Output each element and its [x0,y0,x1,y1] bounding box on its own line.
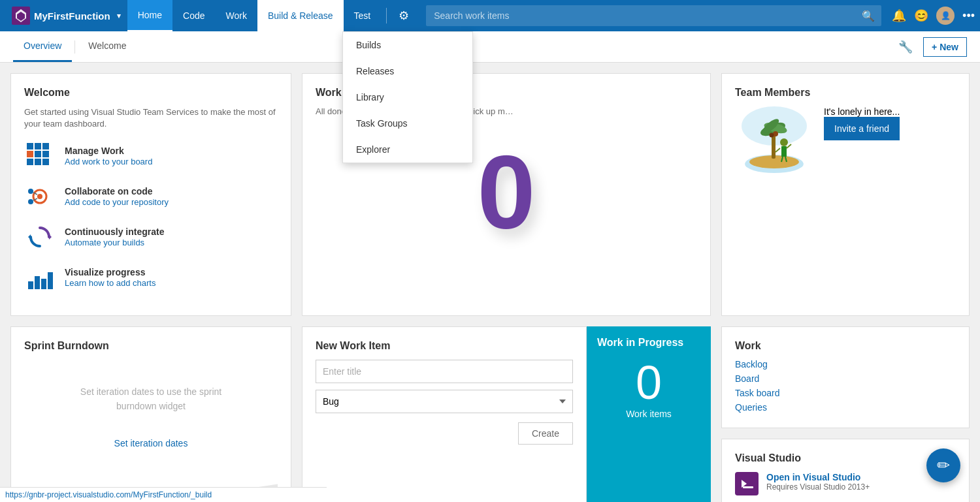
build-release-dropdown: Builds Releases Library Task Groups Expl… [342,31,473,163]
top-nav: MyFirstFunction ▾ Home Code Work Build &… [0,0,980,31]
code-icon [24,181,56,212]
new-button[interactable]: + New [923,37,967,57]
svg-marker-17 [28,234,31,240]
edit-dashboard-icon[interactable]: 🔧 [898,40,913,54]
new-work-item-title: New Work Item [316,340,573,352]
svg-rect-19 [35,276,40,289]
island-illustration [735,106,813,178]
manage-work-link[interactable]: Add work to your board [65,157,152,166]
dropdown-task-groups[interactable]: Task Groups [343,110,472,136]
work-type-select[interactable]: Bug Task User Story Feature Epic [316,390,573,413]
work-links-card: Work Backlog Board Task board Queries [721,326,970,428]
nav-work[interactable]: Work [216,0,257,31]
status-bar: https://gnbr-project.visualstudio.com/My… [0,487,327,502]
code-text: Collaborate on code Add code to your rep… [65,186,169,207]
queries-link[interactable]: Queries [735,400,956,415]
notifications-icon[interactable]: 🔔 [892,8,906,23]
backlog-link[interactable]: Backlog [735,357,956,371]
charts-text: Visualize progress Learn how to add char… [65,267,155,288]
svg-point-12 [28,189,33,194]
ci-icon [24,221,56,253]
settings-icon[interactable]: ⚙ [392,8,416,23]
status-url: https://gnbr-project.visualstudio.com/My… [5,490,212,499]
manage-work-text: Manage Work Add work to your board [65,146,152,166]
sprint-burndown-title: Sprint Burndown [24,340,278,352]
task-board-link[interactable]: Task board [735,386,956,400]
vs-title: Visual Studio [735,452,956,464]
svg-line-34 [787,144,791,148]
set-iteration-dates-link[interactable]: Set iteration dates [114,438,188,448]
welcome-item-ci: Continuously integrate Automate your bui… [24,221,278,253]
svg-rect-5 [35,151,41,157]
charts-icon [24,262,56,293]
dropdown-builds[interactable]: Builds [343,32,472,58]
board-link[interactable]: Board [735,371,956,386]
svg-point-13 [28,199,33,204]
svg-rect-8 [35,159,41,165]
create-work-item-button[interactable]: Create [518,422,573,445]
user-icon[interactable]: 😊 [914,8,928,23]
new-button-label: New [939,42,958,52]
vs-open-title[interactable]: Open in Visual Studio [766,472,870,482]
wip-count: 0 [636,359,662,406]
row2-col2-container: New Work Item Bug Task User Story Featur… [302,326,711,502]
svg-rect-18 [28,281,33,289]
sprint-burndown-card: Sprint Burndown Set iteration dates to u… [10,326,291,502]
sprint-empty-text: Set iteration dates to use the sprintbur… [80,384,221,414]
svg-marker-16 [49,234,52,240]
dropdown-explorer[interactable]: Explorer [343,136,472,163]
ci-title: Continuously integrate [65,227,164,237]
svg-rect-9 [42,159,49,165]
charts-link[interactable]: Learn how to add charts [65,278,155,288]
welcome-subtitle: Get started using Visual Studio Team Ser… [24,106,278,130]
tab-welcome[interactable]: Welcome [78,31,137,62]
app-name: MyFirstFunction [34,10,110,22]
svg-point-11 [37,194,42,199]
dropdown-library[interactable]: Library [343,84,472,110]
more-icon[interactable]: ••• [962,9,975,23]
brand[interactable]: MyFirstFunction ▾ [5,7,127,25]
secondary-nav: Overview Welcome 🔧 + New [0,31,980,63]
nav-build-release[interactable]: Build & Release [257,0,344,31]
vsts-logo-icon [12,7,30,25]
code-link[interactable]: Add code to your repository [65,197,169,207]
ci-link[interactable]: Automate your builds [65,238,144,247]
work-type-row: Bug Task User Story Feature Epic [316,390,573,413]
welcome-item-code: Collaborate on code Add code to your rep… [24,181,278,212]
ci-text: Continuously integrate Automate your bui… [65,227,164,247]
search-icon: 🔍 [862,10,875,22]
sprint-empty-state: Set iteration dates to use the sprintbur… [24,360,278,438]
nav-test[interactable]: Test [344,0,382,31]
fab-edit-button[interactable]: ✏ [926,448,960,482]
welcome-title: Welcome [24,87,278,99]
work-in-progress-card: Work in Progress 0 Work items [587,326,711,502]
main-nav: Home Code Work Build & Release Test ⚙ [127,0,416,31]
welcome-item-charts: Visualize progress Learn how to add char… [24,262,278,293]
plus-icon: + [932,42,937,52]
svg-point-31 [780,138,788,146]
invite-friend-button[interactable]: Invite a friend [824,117,900,140]
nav-right-icons: 🔔 😊 👤 ••• [892,7,975,25]
code-title: Collaborate on code [65,186,169,196]
svg-rect-1 [27,143,33,149]
brand-dropdown-icon[interactable]: ▾ [117,12,121,20]
team-members-title: Team Members [735,87,956,99]
work-links-title: Work [735,340,956,352]
charts-title: Visualize progress [65,267,155,277]
tab-overview[interactable]: Overview [13,31,72,62]
tab-separator [74,40,75,54]
search-container: 🔍 [426,5,881,26]
sprint-link-section: Set iteration dates [24,438,278,448]
dropdown-releases[interactable]: Releases [343,58,472,84]
search-input[interactable] [426,5,881,26]
svg-point-30 [770,133,774,138]
team-members-card: Team Members [721,73,970,316]
avatar[interactable]: 👤 [936,7,955,25]
nav-home[interactable]: Home [127,0,172,31]
nav-code[interactable]: Code [172,0,215,31]
work-count-zero: 0 [478,140,536,244]
work-title-input[interactable] [316,360,573,383]
vs-open-icon [735,472,759,495]
svg-line-33 [776,148,780,152]
svg-rect-4 [27,151,33,157]
